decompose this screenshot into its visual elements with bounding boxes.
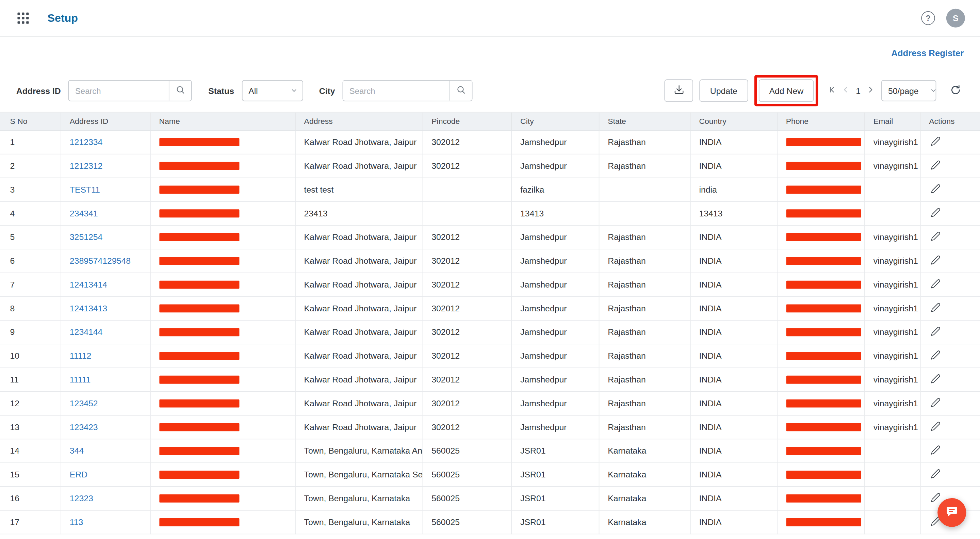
cell-country: INDIA [690,367,777,391]
cell-pincode: 302012 [423,391,511,415]
pagination: 1 [827,84,876,97]
apps-menu-button[interactable] [15,10,31,26]
update-button[interactable]: Update [700,79,748,102]
cell-name [150,201,295,225]
edit-row-button[interactable] [929,159,942,173]
edit-row-button[interactable] [929,206,942,220]
address-id-link[interactable]: 11112 [70,351,91,360]
cell-name [150,249,295,273]
help-button[interactable]: ? [921,11,935,25]
cell-phone [777,391,864,415]
prev-page-button[interactable] [840,84,852,97]
address-id-link[interactable]: 1212312 [70,161,103,170]
table-row: 17113Town, Bengaluru, Karnataka560025JSR… [0,510,980,534]
first-page-icon [829,85,838,96]
redacted-name-bar [159,162,239,170]
cell-name [150,415,295,439]
cell-city: JSR01 [511,463,598,486]
download-button[interactable] [665,79,693,102]
cell-address: Town, Bengaluru, Karnataka An [295,439,423,463]
edit-row-button[interactable] [929,324,942,339]
cell-actions [920,463,980,486]
redacted-phone-bar [786,328,861,337]
address-id-link[interactable]: TEST11 [70,185,100,194]
page-size-select[interactable]: 50/page [881,80,937,101]
cell-actions [920,391,980,415]
address-id-search-button[interactable] [169,81,191,101]
table-tools: Update Add New 1 [665,75,964,106]
user-avatar[interactable]: S [946,9,965,27]
column-header-address-id: Address ID [60,113,150,130]
cell-pincode: 302012 [423,296,511,320]
address-id-link[interactable]: 344 [70,446,84,456]
table-row: 1011112Kalwar Road Jhotwara, Jaipur30201… [0,344,980,367]
cell-state: Rajasthan [599,296,690,320]
edit-row-button[interactable] [929,301,942,315]
cell-phone [777,296,864,320]
address-id-link[interactable]: 3251254 [70,232,103,242]
edit-row-button[interactable] [929,135,942,149]
cell-actions [920,130,980,154]
edit-row-button[interactable] [929,396,942,410]
cell-sno: 8 [0,296,60,320]
address-table: S NoAddress IDNameAddressPincodeCityStat… [0,113,980,534]
edit-pencil-icon [930,492,940,504]
edit-row-button[interactable] [929,372,942,386]
address-id-link[interactable]: 12323 [70,493,93,503]
city-filter-label: City [319,86,335,95]
address-id-link[interactable]: 1234144 [70,328,103,337]
sub-header: Address Register [0,37,980,69]
table-header-row: S NoAddress IDNameAddressPincodeCityStat… [0,113,980,130]
first-page-button[interactable] [827,84,839,97]
edit-row-button[interactable] [929,420,942,434]
cell-city: fazilka [511,178,598,202]
add-new-button[interactable]: Add New [759,79,814,102]
search-icon [456,85,466,96]
cell-state: Rajasthan [599,130,690,154]
cell-pincode: 302012 [423,415,511,439]
cell-address-id: 2389574129548 [60,249,150,273]
city-search-input[interactable] [343,81,449,101]
address-id-link[interactable]: 234341 [70,208,98,218]
cell-country: INDIA [690,130,777,154]
edit-row-button[interactable] [929,253,942,268]
address-id-link[interactable]: 11111 [70,375,91,384]
edit-row-button[interactable] [929,348,942,363]
status-select[interactable]: All [242,80,303,101]
address-id-link[interactable]: 1212334 [70,137,103,147]
edit-row-button[interactable] [929,491,942,505]
edit-row-button[interactable] [929,182,942,196]
edit-row-button[interactable] [929,467,942,482]
table-row: 11212334Kalwar Road Jhotwara, Jaipur3020… [0,130,980,154]
cell-country: INDIA [690,391,777,415]
address-register-link[interactable]: Address Register [891,48,964,58]
redacted-phone-bar [786,447,861,455]
table-row: 53251254Kalwar Road Jhotwara, Jaipur3020… [0,225,980,249]
cell-country: INDIA [690,320,777,344]
address-id-link[interactable]: 123423 [70,422,98,432]
edit-row-button[interactable] [929,230,942,244]
address-id-link[interactable]: ERD [70,470,88,479]
column-header-state: State [599,113,690,130]
refresh-button[interactable] [947,82,964,100]
address-id-link[interactable]: 12413413 [70,304,107,313]
address-id-link[interactable]: 12413414 [70,280,107,289]
cell-email [864,486,920,510]
top-app-bar: Setup ? S [0,0,980,37]
address-id-link[interactable]: 123452 [70,399,98,408]
redacted-phone-bar [786,186,861,194]
address-id-link[interactable]: 113 [70,517,83,527]
chevron-down-icon [290,86,297,95]
cell-phone [777,201,864,225]
cell-name [150,344,295,367]
cell-address-id: ERD [60,463,150,486]
cell-state: Karnataka [599,439,690,463]
next-page-button[interactable] [864,84,876,97]
address-id-search-input[interactable] [69,81,169,101]
edit-row-button[interactable] [929,444,942,458]
address-id-link[interactable]: 2389574129548 [70,256,130,266]
edit-row-button[interactable] [929,277,942,292]
cell-email: vinaygirish1 [864,296,920,320]
city-search-button[interactable] [450,81,472,101]
chat-launcher-button[interactable] [937,498,966,527]
